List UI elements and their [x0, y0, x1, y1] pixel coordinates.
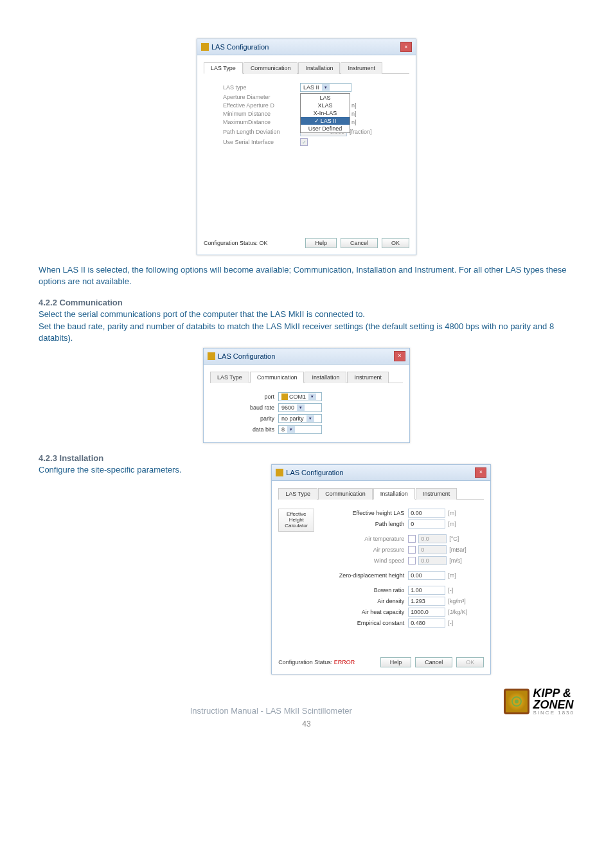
option-las[interactable]: LAS	[301, 94, 350, 102]
page-number: 43	[39, 719, 574, 728]
field-pathlen[interactable]: 0	[408, 520, 445, 529]
tab-installation[interactable]: Installation	[298, 62, 340, 74]
unit-pathdev: [fraction]	[350, 129, 372, 135]
doc-title: Instruction Manual - LAS MkII Scintillom…	[190, 706, 352, 716]
tab-installation[interactable]: Installation	[373, 488, 415, 500]
tab-bar: LAS Type Communication Installation Inst…	[210, 371, 403, 383]
heading-installation: 4.2.3 Installation	[39, 453, 574, 463]
checkbox-airpress[interactable]	[408, 546, 416, 554]
parity-value: no parity	[281, 415, 304, 422]
label-mindist: Minimum Distance	[223, 111, 300, 117]
help-button[interactable]: Help	[305, 238, 337, 248]
dropdown-parity[interactable]: no parity▾	[278, 414, 322, 423]
las-config-dialog-comm: LAS Configuration × LAS Type Communicati…	[203, 348, 410, 443]
checkbox-useserial[interactable]: ✓	[300, 138, 308, 146]
label-parity: parity	[236, 415, 278, 422]
cancel-button[interactable]: Cancel	[415, 657, 452, 667]
tab-lastype[interactable]: LAS Type	[204, 62, 243, 74]
brand-logo: KIPP & ZONEN SINCE 1830	[504, 687, 574, 716]
label-aperture: Aperture Diameter	[223, 94, 300, 100]
las-config-dialog-inst: LAS Configuration × LAS Type Communicati…	[271, 464, 491, 674]
option-userdefined[interactable]: User Defined	[301, 125, 350, 132]
field-empirical[interactable]: 0.480	[408, 619, 445, 628]
field-airpress: 0	[418, 545, 447, 554]
tab-communication[interactable]: Communication	[244, 62, 298, 74]
field-airdensity[interactable]: 1.293	[408, 597, 445, 606]
heading-communication: 4.2.2 Communication	[39, 298, 574, 307]
tab-lastype[interactable]: LAS Type	[210, 372, 249, 383]
close-icon[interactable]: ×	[394, 351, 405, 361]
dropdown-baud[interactable]: 9600▾	[278, 403, 322, 412]
chevron-down-icon: ▾	[306, 415, 314, 422]
dialog-titlebar: LAS Configuration ×	[272, 465, 490, 481]
option-lasii[interactable]: ✓LAS II	[301, 117, 350, 125]
field-airheat[interactable]: 1000.0	[408, 608, 445, 617]
label-useserial: Use Serial Interface	[223, 139, 300, 145]
logo-text-1: KIPP &	[533, 687, 574, 699]
effective-height-calc-button[interactable]: Effective Height Calculator	[278, 509, 314, 532]
close-icon[interactable]: ×	[475, 467, 486, 478]
label-pathdev: Path Length Deviation	[223, 129, 300, 135]
label-databits: data bits	[236, 426, 278, 433]
tab-communication[interactable]: Communication	[250, 372, 305, 383]
field-windspeed: 0.0	[418, 556, 447, 565]
help-button[interactable]: Help	[380, 657, 412, 667]
tab-instrument[interactable]: Instrument	[341, 62, 382, 74]
status-text: Configuration Status: OK	[204, 240, 268, 246]
label-airheat: Air heat capacity	[314, 609, 408, 615]
dialog-title: LAS Configuration	[211, 43, 269, 51]
chevron-down-icon: ▾	[287, 426, 295, 433]
label-airtemp: Air temperature	[314, 536, 408, 542]
dialog-titlebar: LAS Configuration ×	[197, 39, 416, 55]
label-windspeed: Wind speed	[314, 557, 408, 564]
label-effap: Effective Aperture D	[223, 102, 300, 109]
cancel-button[interactable]: Cancel	[341, 238, 378, 248]
checkbox-windspeed[interactable]	[408, 557, 416, 565]
field-zerodisp[interactable]: 0.00	[408, 571, 445, 580]
tab-instrument[interactable]: Instrument	[416, 488, 458, 500]
field-airtemp: 0.0	[418, 534, 447, 543]
dropdown-databits[interactable]: 8▾	[278, 425, 322, 434]
dialog-title: LAS Configuration	[218, 352, 275, 360]
checkbox-airtemp[interactable]	[408, 535, 416, 543]
tab-installation[interactable]: Installation	[305, 372, 346, 383]
chevron-down-icon: ▾	[308, 393, 316, 400]
label-effheight: Effective height LAS	[314, 510, 408, 516]
logo-emblem-icon	[504, 689, 529, 714]
dropdown-lastype[interactable]: LAS II ▾	[300, 83, 351, 92]
las-config-dialog-lastype: LAS Configuration × LAS Type Communicati…	[197, 39, 416, 255]
label-lastype: LAS type	[223, 84, 300, 91]
svg-point-1	[515, 700, 519, 703]
tab-communication[interactable]: Communication	[318, 488, 373, 500]
close-icon[interactable]: ×	[400, 42, 412, 52]
paragraph-inst-1: Configure the site-specific parameters.	[39, 464, 182, 476]
tab-lastype[interactable]: LAS Type	[278, 488, 317, 500]
baud-value: 9600	[281, 404, 294, 411]
tab-bar: LAS Type Communication Installation Inst…	[204, 62, 409, 74]
paragraph-comm-2: Set the baud rate, parity and number of …	[39, 321, 574, 344]
dropdown-lastype-list: LAS XLAS X-In-LAS ✓LAS II User Defined	[300, 93, 350, 133]
field-bowen[interactable]: 1.00	[408, 586, 445, 595]
label-baud: baud rate	[236, 404, 278, 411]
ok-button[interactable]: OK	[456, 657, 484, 667]
field-effheight[interactable]: 0.00	[408, 509, 445, 518]
dropdown-port[interactable]: COM1 ▾	[278, 392, 322, 401]
label-bowen: Bowen ratio	[314, 587, 408, 593]
tab-instrument[interactable]: Instrument	[347, 372, 389, 383]
status-text: Configuration Status: ERROR	[278, 659, 355, 665]
chevron-down-icon: ▾	[297, 404, 305, 411]
label-maxdist: MaximumDistance	[223, 119, 300, 125]
label-pathlen: Path length	[314, 521, 408, 527]
tab-bar: LAS Type Communication Installation Inst…	[278, 487, 484, 500]
chevron-down-icon: ▾	[322, 84, 330, 91]
option-xinlas[interactable]: X-In-LAS	[301, 109, 350, 117]
dialog-title: LAS Configuration	[286, 469, 343, 476]
app-icon	[208, 352, 215, 360]
label-empirical: Empirical constant	[314, 620, 408, 626]
logo-text-2: ZONEN	[533, 699, 574, 710]
dropdown-lastype-value: LAS II	[303, 84, 319, 91]
paragraph-lastype-note: When LAS II is selected, the following o…	[39, 264, 574, 287]
option-xlas[interactable]: XLAS	[301, 102, 350, 109]
ok-button[interactable]: OK	[382, 238, 409, 248]
label-port: port	[236, 393, 278, 400]
